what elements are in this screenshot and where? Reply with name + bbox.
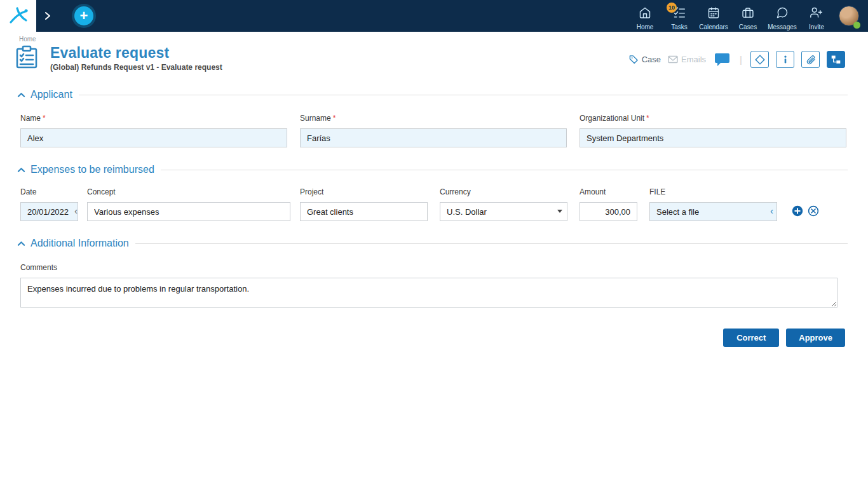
nav-invite-label: Invite [809, 24, 824, 30]
app-logo[interactable] [0, 0, 36, 32]
correct-button[interactable]: Correct [723, 329, 779, 347]
file-upload-control[interactable]: Select a file [649, 202, 777, 221]
form-actions: Correct Approve [0, 329, 845, 347]
task-form-icon [14, 44, 39, 72]
project-column-header: Project [300, 187, 428, 196]
comments-bubble-button[interactable] [713, 53, 731, 67]
home-icon [639, 6, 651, 22]
section-additional-title: Additional Information [31, 238, 129, 249]
process-diagram-button[interactable] [827, 51, 845, 68]
top-navigation: Home 10 Tasks Calendars [628, 2, 834, 30]
section-expenses-header: Expenses to be reimbursed [17, 164, 848, 175]
surname-label: Surname* [300, 114, 567, 123]
amount-column-header: Amount [580, 187, 637, 196]
name-label: Name* [20, 114, 287, 123]
app-logo-icon [8, 5, 29, 27]
surname-input[interactable] [300, 128, 567, 147]
nav-calendars-label: Calendars [699, 24, 728, 30]
breadcrumb[interactable]: Home [19, 36, 868, 43]
emails-label: Emails [681, 55, 706, 64]
nav-invite[interactable]: Invite [799, 2, 834, 30]
section-divider [79, 95, 848, 95]
add-circle-icon [792, 205, 803, 217]
case-tag-icon [629, 55, 639, 64]
nav-cases[interactable]: Cases [731, 2, 765, 30]
chevron-right-icon [44, 11, 51, 20]
expense-file-column: FILE Select a file ‹ [649, 187, 777, 221]
emails-link[interactable]: Emails [668, 55, 706, 64]
topbar: + Home 10 Tasks [0, 0, 868, 32]
header-separator: | [740, 54, 742, 65]
name-input[interactable] [20, 128, 287, 147]
file-column-header: FILE [649, 187, 777, 196]
expense-currency-column: Currency U.S. Dollar [440, 187, 567, 221]
nav-cases-label: Cases [739, 24, 757, 30]
info-icon [780, 55, 790, 65]
section-applicant-header: Applicant [17, 89, 848, 100]
section-divider [135, 243, 848, 244]
briefcase-icon [742, 6, 754, 22]
nav-messages[interactable]: Messages [765, 2, 799, 30]
create-new-button[interactable]: + [74, 6, 93, 25]
comment-bubble-icon [714, 53, 730, 67]
field-surname: Surname* [300, 114, 567, 147]
comments-label: Comments [20, 263, 848, 272]
approve-button[interactable]: Approve [786, 329, 845, 347]
project-input[interactable] [300, 202, 428, 221]
amount-input[interactable] [580, 202, 637, 221]
collapse-chevron-icon[interactable] [17, 92, 25, 98]
date-column-header: Date [20, 187, 78, 196]
concept-column-header: Concept [87, 187, 290, 196]
organizational-unit-input[interactable] [580, 128, 846, 147]
case-label: Case [642, 55, 661, 64]
plus-icon: + [80, 8, 88, 24]
collapse-chevron-icon[interactable] [17, 241, 25, 247]
date-picker-chevron-icon[interactable]: ‹ [74, 206, 78, 216]
file-picker-chevron-icon[interactable]: ‹ [770, 206, 773, 216]
expense-project-column: Project [300, 187, 428, 221]
page-subtitle: (Global) Refunds Request v1 - Evaluate r… [50, 63, 222, 72]
nav-messages-label: Messages [768, 24, 797, 30]
nav-calendars[interactable]: Calendars [696, 2, 731, 30]
case-link[interactable]: Case [629, 55, 661, 64]
nav-tasks[interactable]: 10 Tasks [662, 2, 696, 30]
section-applicant-title: Applicant [31, 89, 72, 100]
message-bubble-icon [776, 6, 789, 22]
expense-amount-column: Amount [580, 187, 637, 221]
add-row-button[interactable] [792, 205, 803, 217]
section-additional-header: Additional Information [17, 238, 848, 249]
user-plus-icon [810, 6, 823, 22]
field-organizational-unit: Organizational Unit* [580, 114, 846, 147]
currency-select[interactable]: U.S. Dollar [440, 202, 567, 221]
envelope-icon [668, 55, 678, 64]
section-divider [161, 170, 848, 170]
remove-row-button[interactable] [808, 205, 819, 217]
required-mark: * [646, 114, 649, 123]
section-expenses-title: Expenses to be reimbursed [31, 164, 154, 175]
remove-circle-icon [808, 205, 819, 217]
expense-date-column: Date ‹ [20, 187, 78, 221]
expense-concept-column: Concept [87, 187, 290, 221]
currency-column-header: Currency [440, 187, 567, 196]
user-avatar[interactable] [839, 6, 859, 26]
paperclip-icon [806, 55, 816, 65]
required-mark: * [43, 114, 46, 123]
date-input[interactable] [20, 202, 78, 221]
tasks-count-badge: 10 [667, 3, 677, 13]
applicant-fields: Name* Surname* Organizational Unit* [20, 114, 848, 147]
page-header: Evaluate request (Global) Refunds Reques… [0, 43, 868, 72]
gateway-diamond-icon [755, 55, 765, 65]
sidebar-expand-chevron[interactable] [44, 11, 51, 20]
info-button[interactable] [776, 51, 794, 68]
required-mark: * [333, 114, 336, 123]
comments-textarea[interactable]: Expenses incurred due to problems in reg… [20, 278, 837, 308]
expense-row: Date ‹ Concept Project Currency U.S. Dol… [20, 187, 848, 221]
concept-input[interactable] [87, 202, 290, 221]
collapse-chevron-icon[interactable] [17, 167, 25, 173]
field-name: Name* [20, 114, 287, 147]
nav-home-label: Home [637, 24, 654, 30]
attachments-button[interactable] [801, 51, 820, 68]
gateway-button[interactable] [750, 51, 769, 68]
file-placeholder: Select a file [656, 207, 699, 217]
nav-home[interactable]: Home [628, 2, 662, 30]
